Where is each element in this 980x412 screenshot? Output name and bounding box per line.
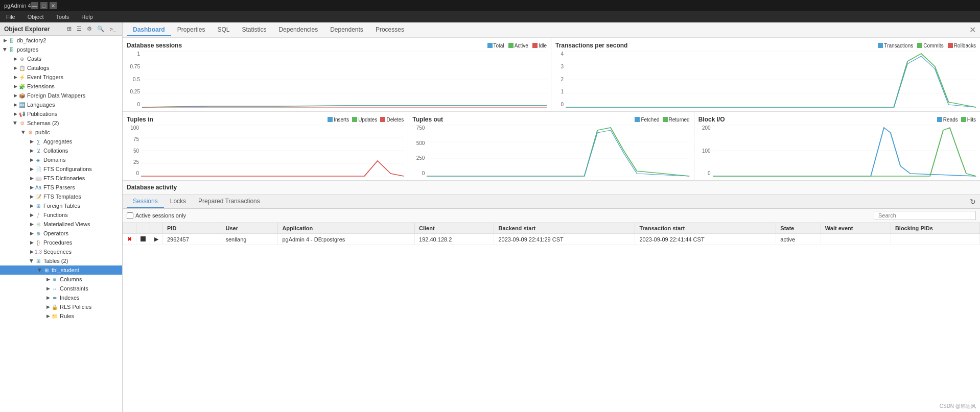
tree-item-tbl_student[interactable]: ▶ ⊞ tbl_student [0,265,122,275]
expand-icon-functions[interactable]: ▶ [29,212,35,218]
menu-help[interactable]: Help [79,13,95,21]
expand-icon-foreign_tables[interactable]: ▶ [29,203,35,209]
expand-icon-fts_templates[interactable]: ▶ [29,193,35,200]
tree-item-tables[interactable]: ▶ ⊞ Tables (2) [0,256,122,265]
expand-icon-event_triggers[interactable]: ▶ [12,74,18,80]
func-icon: ƒ [35,211,42,219]
tree-item-schemas[interactable]: ▶ ⚙ Schemas (2) [0,118,122,128]
expand-icon-operators[interactable]: ▶ [29,230,35,236]
expand-icon-aggregates[interactable]: ▶ [29,138,35,144]
expand-icon-constraints[interactable]: ▶ [45,285,51,292]
tree-item-aggregates[interactable]: ▶ ∑ Aggregates [0,137,122,146]
tree-item-fts_parsers[interactable]: ▶ Aa FTS Parsers [0,183,122,192]
active-sessions-label: Active sessions only [135,212,186,219]
expand-icon-fdw[interactable]: ▶ [12,92,18,99]
expand-icon-db_factory2[interactable]: ▶ [2,37,8,43]
expand-icon-rls_policies[interactable]: ▶ [45,304,51,310]
expand-icon-fts_parsers[interactable]: ▶ [29,184,35,190]
menu-tools[interactable]: Tools [54,13,72,21]
tool-terminal[interactable]: >_ [107,25,118,33]
activity-tab-prepared_txn[interactable]: Prepared Transactions [192,196,266,208]
tree-item-operators[interactable]: ▶ ⊕ Operators [0,229,122,238]
minimize-button[interactable]: — [31,2,38,9]
tree-item-materialized_views[interactable]: ▶ ⊟ Materialized Views [0,220,122,229]
tool-search[interactable]: 🔍 [95,25,106,33]
tree-item-languages[interactable]: ▶ 🔤 Languages [0,100,122,109]
close-button[interactable]: ✕ [50,2,57,9]
tree-item-rls_policies[interactable]: ▶ 🔒 RLS Policies [0,302,122,311]
label-foreign_tables: Foreign Tables [43,203,80,209]
tree-item-fts_templates[interactable]: ▶ 📝 FTS Templates [0,192,122,201]
tree-item-fts_dicts[interactable]: ▶ 📖 FTS Dictionaries [0,174,122,183]
tree-item-columns[interactable]: ▶ ≡ Columns [0,275,122,284]
activity-tab-sessions[interactable]: Sessions [127,196,164,208]
tab-statistics[interactable]: Statistics [236,24,272,36]
tree-item-indexes[interactable]: ▶ ≐ Indexes [0,293,122,302]
expand-icon-columns[interactable]: ▶ [45,276,51,282]
expand-icon-schemas[interactable]: ▶ [12,120,18,126]
tree-item-postgres[interactable]: ▶ 🗄 postgres [0,45,122,54]
tab-sql[interactable]: SQL [211,24,236,36]
tree-item-constraints[interactable]: ▶ ↔ Constraints [0,284,122,293]
tree-item-event_triggers[interactable]: ▶ ⚡ Event Triggers [0,72,122,82]
row-terminate-btn[interactable]: ✖ [123,234,136,245]
tree-item-casts[interactable]: ▶ ⊕ Casts [0,54,122,63]
menu-object[interactable]: Object [26,13,46,21]
expand-icon-postgres[interactable]: ▶ [2,46,8,53]
tree-item-catalogs[interactable]: ▶ 📋 Catalogs [0,63,122,72]
expand-icon-publications[interactable]: ▶ [12,111,18,117]
activity-tab-locks[interactable]: Locks [164,196,192,208]
tool-grid[interactable]: ⊞ [65,25,74,33]
maximize-button[interactable]: □ [40,2,48,9]
expand-icon-extensions[interactable]: ▶ [12,83,18,89]
expand-icon-materialized_views[interactable]: ▶ [29,221,35,227]
tree-item-domains[interactable]: ▶ ◈ Domains [0,155,122,164]
expand-icon-tables[interactable]: ▶ [29,258,35,264]
activity-search-input[interactable] [874,211,976,220]
expand-icon-collations[interactable]: ▶ [29,148,35,154]
tree-item-db_factory2[interactable]: ▶ 🗄 db_factory2 [0,36,122,45]
active-sessions-checkbox-label[interactable]: Active sessions only [127,212,186,219]
tree-item-procedures[interactable]: ▶ {} Procedures [0,238,122,247]
expand-icon-catalogs[interactable]: ▶ [12,65,18,71]
expand-icon-languages[interactable]: ▶ [12,102,18,108]
tool-list[interactable]: ☰ [75,25,84,33]
tree-item-extensions[interactable]: ▶ 🧩 Extensions [0,82,122,91]
expand-icon-indexes[interactable]: ▶ [45,295,51,301]
tree-item-fts_configs[interactable]: ▶ 📄 FTS Configurations [0,164,122,174]
tree-item-fdw[interactable]: ▶ 📦 Foreign Data Wrappers [0,91,122,100]
tab-processes[interactable]: Processes [369,24,410,36]
active-sessions-checkbox[interactable] [127,212,133,219]
expand-icon-tbl_student[interactable]: ▶ [37,267,43,273]
tree-item-collations[interactable]: ▶ ⊻ Collations [0,146,122,155]
tree-item-sequences[interactable]: ▶ 1.3 Sequences [0,247,122,256]
tree-item-public[interactable]: ▶ ⚙ public [0,128,122,137]
expand-icon-casts[interactable]: ▶ [12,56,18,62]
expand-icon-sequences[interactable]: ▶ [29,249,35,255]
refresh-activity-button[interactable]: ↻ [970,198,976,206]
expand-icon-fts_configs[interactable]: ▶ [29,166,35,172]
expand-icon-public[interactable]: ▶ [20,129,27,135]
expand-icon-domains[interactable]: ▶ [29,157,35,163]
tree-item-rules[interactable]: ▶ 📁 Rules [0,311,122,321]
row-expand-btn[interactable]: ▶ [150,234,163,245]
expand-icon-rules[interactable]: ▶ [45,313,51,319]
chart-tuples-out: Tuples out Fetched Returned [408,112,694,180]
expand-icon-procedures[interactable]: ▶ [29,239,35,246]
tab-properties[interactable]: Properties [171,24,212,36]
tree-item-foreign_tables[interactable]: ▶ ⊞ Foreign Tables [0,201,122,210]
row-stop-btn[interactable] [136,234,150,245]
tab-dashboard[interactable]: Dashboard [127,24,171,36]
menu-file[interactable]: File [4,13,17,21]
tool-settings[interactable]: ⚙ [85,25,94,33]
close-right-panel[interactable]: ✕ [969,25,976,35]
tab-dependents[interactable]: Dependents [324,24,369,36]
expand-icon-fts_dicts[interactable]: ▶ [29,175,35,181]
tree-item-publications[interactable]: ▶ 📢 Publications [0,109,122,118]
label-postgres: postgres [17,46,38,53]
tuples-out-y-axis: 750 500 250 0 [412,125,427,176]
schema-icon: ⚙ [18,119,26,127]
tree-item-functions[interactable]: ▶ ƒ Functions [0,210,122,220]
tab-dependencies[interactable]: Dependencies [272,24,324,36]
chart-tuples-in: Tuples in Inserts Updates [123,112,408,180]
